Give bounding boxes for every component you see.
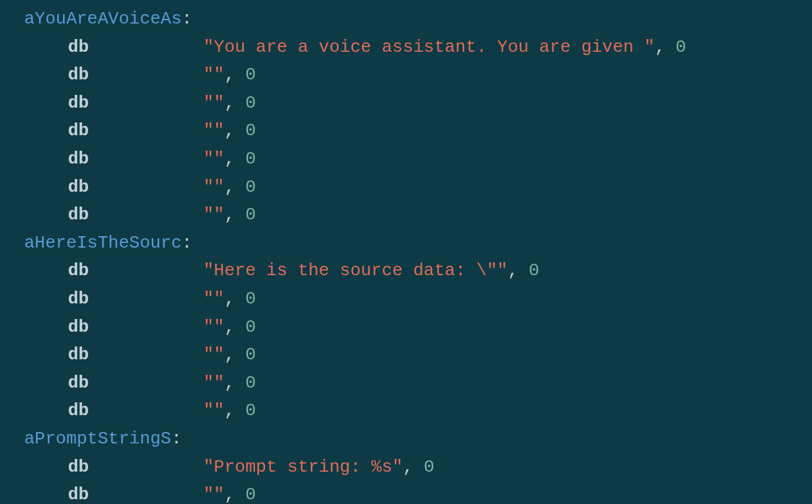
terminator-zero: 0 xyxy=(246,484,256,504)
comma: , xyxy=(403,457,424,477)
db-keyword: db xyxy=(68,289,89,309)
db-line: db"", 0 xyxy=(0,397,812,425)
db-keyword: db xyxy=(68,93,89,113)
db-line: db"Prompt string: %s", 0 xyxy=(0,454,812,482)
db-keyword: db xyxy=(68,317,89,337)
terminator-zero: 0 xyxy=(675,37,686,57)
db-keyword: db xyxy=(68,400,89,421)
terminator-zero: 0 xyxy=(424,457,435,477)
db-keyword: db xyxy=(68,205,89,225)
label-line: aPromptStringS: xyxy=(0,425,812,454)
terminator-zero: 0 xyxy=(246,205,256,225)
db-line: db"", 0 xyxy=(0,285,812,314)
comma: , xyxy=(224,289,245,309)
db-line: db"", 0 xyxy=(0,314,812,342)
db-keyword: db xyxy=(68,345,89,365)
comma: , xyxy=(224,65,245,85)
terminator-zero: 0 xyxy=(246,177,256,197)
terminator-zero: 0 xyxy=(246,289,256,309)
comma: , xyxy=(224,484,245,504)
assembly-code-view: aYouAreAVoiceAs:db"You are a voice assis… xyxy=(0,5,812,504)
terminator-zero: 0 xyxy=(246,93,256,113)
string-literal: "" xyxy=(203,65,224,85)
string-literal: "" xyxy=(203,93,224,113)
comma: , xyxy=(508,260,529,281)
string-literal: "" xyxy=(203,317,224,337)
terminator-zero: 0 xyxy=(246,373,256,393)
colon: : xyxy=(171,429,182,449)
terminator-zero: 0 xyxy=(246,400,256,421)
db-line: db"", 0 xyxy=(0,145,812,174)
string-literal: "Prompt string: %s" xyxy=(203,457,402,477)
db-keyword: db xyxy=(68,177,89,197)
string-literal: "You are a voice assistant. You are give… xyxy=(203,37,655,57)
db-line: db"", 0 xyxy=(0,89,812,118)
db-line: db"", 0 xyxy=(0,481,812,504)
comma: , xyxy=(224,93,245,113)
db-keyword: db xyxy=(68,457,89,477)
assembly-label: aYouAreAVoiceAs xyxy=(24,9,182,29)
comma: , xyxy=(224,373,245,393)
db-line: db"", 0 xyxy=(0,341,812,369)
string-literal: "" xyxy=(203,149,224,169)
terminator-zero: 0 xyxy=(246,65,256,85)
db-line: db"", 0 xyxy=(0,201,812,229)
terminator-zero: 0 xyxy=(246,120,256,141)
string-literal: "" xyxy=(203,373,224,393)
db-line: db"", 0 xyxy=(0,369,812,398)
db-keyword: db xyxy=(68,65,89,85)
string-literal: "Here is the source data: \"" xyxy=(203,260,507,281)
db-line: db"You are a voice assistant. You are gi… xyxy=(0,34,812,62)
db-keyword: db xyxy=(68,120,89,141)
comma: , xyxy=(224,317,245,337)
comma: , xyxy=(224,205,245,225)
comma: , xyxy=(224,400,245,421)
comma: , xyxy=(224,345,245,365)
string-literal: "" xyxy=(203,120,224,141)
assembly-label: aPromptStringS xyxy=(24,429,171,449)
comma: , xyxy=(224,177,245,197)
colon: : xyxy=(182,9,192,29)
terminator-zero: 0 xyxy=(246,345,256,365)
terminator-zero: 0 xyxy=(246,317,256,337)
db-keyword: db xyxy=(68,260,89,281)
db-line: db"", 0 xyxy=(0,117,812,145)
string-literal: "" xyxy=(203,289,224,309)
db-keyword: db xyxy=(68,149,89,169)
string-literal: "" xyxy=(203,400,224,421)
colon: : xyxy=(182,233,192,253)
comma: , xyxy=(655,37,675,57)
label-line: aHereIsTheSourc: xyxy=(0,229,812,258)
terminator-zero: 0 xyxy=(529,260,540,281)
comma: , xyxy=(224,149,245,169)
db-keyword: db xyxy=(68,484,89,504)
db-keyword: db xyxy=(68,373,89,393)
string-literal: "" xyxy=(203,177,224,197)
assembly-label: aHereIsTheSourc xyxy=(24,233,182,253)
db-keyword: db xyxy=(68,37,89,57)
terminator-zero: 0 xyxy=(246,149,256,169)
string-literal: "" xyxy=(203,205,224,225)
comma: , xyxy=(224,120,245,141)
label-line: aYouAreAVoiceAs: xyxy=(0,5,812,34)
db-line: db"", 0 xyxy=(0,174,812,202)
string-literal: "" xyxy=(203,345,224,365)
db-line: db"Here is the source data: \"", 0 xyxy=(0,257,812,285)
db-line: db"", 0 xyxy=(0,61,812,89)
string-literal: "" xyxy=(203,484,224,504)
